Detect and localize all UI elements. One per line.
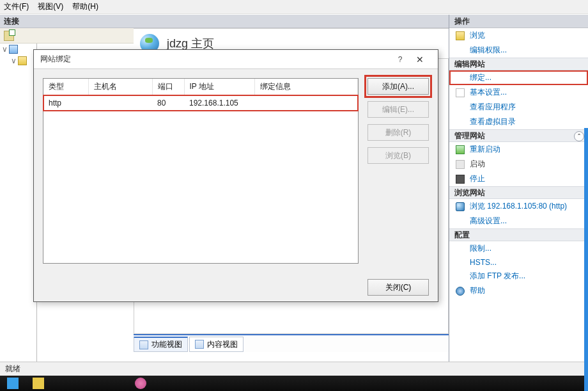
- taskbar-item[interactable]: [128, 376, 153, 391]
- close-dialog-button[interactable]: 关闭(C): [368, 279, 429, 296]
- section-browse-site: 浏览网站: [449, 186, 588, 199]
- action-hsts[interactable]: HSTS...: [449, 256, 588, 269]
- action-label: 基本设置...: [470, 87, 507, 98]
- section-edit-site: 编辑网站: [449, 58, 588, 70]
- expander-icon[interactable]: ∨: [1, 45, 8, 54]
- section-label: 管理网站: [454, 131, 485, 141]
- action-bindings[interactable]: 绑定...: [449, 70, 588, 85]
- action-help[interactable]: 帮助: [449, 283, 588, 298]
- action-label: HSTS...: [470, 258, 497, 267]
- add-binding-button[interactable]: 添加(A)...: [368, 78, 429, 95]
- start-icon: [456, 160, 465, 169]
- taskbar-item[interactable]: [0, 376, 26, 391]
- restart-icon: [456, 145, 465, 154]
- action-label: 浏览 192.168.1.105:80 (http): [470, 201, 567, 212]
- tree-root[interactable]: ∨: [0, 44, 36, 55]
- actions-header: 操作: [449, 15, 588, 28]
- tab-label: 内容视图: [207, 339, 238, 350]
- server-icon: [9, 45, 18, 54]
- connections-label: 连接: [4, 16, 19, 27]
- taskbar-app-icon: [33, 378, 44, 389]
- menu-bar: 文件(F) 视图(V) 帮助(H): [0, 0, 588, 14]
- features-view-icon: [139, 340, 148, 349]
- action-label: 编辑权限...: [470, 45, 507, 56]
- action-label: 浏览: [470, 30, 485, 41]
- action-restart[interactable]: 重新启动: [449, 142, 588, 157]
- section-manage-site: 管理网站 ˆ: [449, 129, 588, 142]
- section-label: 配置: [454, 230, 470, 241]
- action-view-apps[interactable]: 查看应用程序: [449, 100, 588, 115]
- binding-row[interactable]: http 80 192.168.1.105: [43, 95, 358, 111]
- expander-icon[interactable]: ∨: [10, 56, 17, 65]
- section-label: 编辑网站: [454, 59, 485, 70]
- stop-icon: [456, 175, 465, 184]
- action-label: 停止: [470, 173, 485, 184]
- action-label: 帮助: [470, 285, 485, 296]
- dialog-button-column: 添加(A)... 编辑(E)... 删除(R) 浏览(B): [368, 78, 429, 264]
- action-limits[interactable]: 限制...: [449, 241, 588, 256]
- browse-binding-button: 浏览(B): [368, 147, 429, 164]
- status-text: 就绪: [5, 363, 20, 374]
- cell-ip: 192.168.1.105: [184, 95, 254, 111]
- status-bar: 就绪: [0, 362, 588, 376]
- connections-tree: ∨ ∨: [0, 44, 37, 363]
- action-label: 高级设置...: [470, 216, 507, 227]
- action-label: 限制...: [470, 243, 491, 254]
- action-explore[interactable]: 浏览: [449, 28, 588, 43]
- section-label: 浏览网站: [454, 188, 485, 198]
- action-start: 启动: [449, 157, 588, 172]
- menu-help[interactable]: 帮助(H): [72, 1, 98, 12]
- tab-content-view[interactable]: 内容视图: [189, 337, 244, 352]
- col-host[interactable]: 主机名: [88, 79, 152, 95]
- cell-host: [88, 95, 152, 111]
- cell-binding: [254, 95, 358, 111]
- site-bindings-dialog: 网站绑定 ? ✕ 类型 主机名 端口 IP 地址 绑定信息: [33, 49, 438, 302]
- bindings-list[interactable]: 类型 主机名 端口 IP 地址 绑定信息 http 80 192.168.1.1…: [43, 78, 359, 264]
- site-folder-icon: [18, 56, 27, 65]
- col-binding[interactable]: 绑定信息: [254, 79, 358, 95]
- action-add-ftp[interactable]: 添加 FTP 发布...: [449, 269, 588, 283]
- basic-settings-icon: [456, 88, 465, 97]
- action-label: 添加 FTP 发布...: [470, 271, 525, 282]
- dialog-footer: 关闭(C): [34, 273, 438, 302]
- dialog-help-button[interactable]: ?: [392, 55, 408, 64]
- content-view-icon: [195, 340, 204, 349]
- action-stop[interactable]: 停止: [449, 172, 588, 186]
- cell-type: http: [43, 95, 88, 111]
- action-label: 启动: [470, 159, 485, 170]
- action-label: 查看虚拟目录: [470, 116, 516, 127]
- taskbar-app-icon: [7, 378, 19, 389]
- tree-child[interactable]: ∨: [0, 55, 36, 67]
- action-view-vdirs[interactable]: 查看虚拟目录: [449, 115, 588, 129]
- col-ip[interactable]: IP 地址: [184, 79, 254, 95]
- action-browse-site[interactable]: 浏览 192.168.1.105:80 (http): [449, 199, 588, 214]
- action-edit-permissions[interactable]: 编辑权限...: [449, 43, 588, 58]
- view-tabs: 功能视图 内容视图: [134, 334, 449, 352]
- explore-icon: [456, 31, 465, 40]
- taskbar: [0, 376, 588, 391]
- action-label: 查看应用程序: [470, 102, 516, 113]
- dialog-close-button[interactable]: ✕: [408, 54, 431, 65]
- collapse-icon[interactable]: ˆ: [574, 131, 584, 141]
- help-icon: [456, 287, 465, 296]
- actions-panel: 操作 浏览 编辑权限... 编辑网站 绑定... 基本设置... 查看应用程序 …: [449, 15, 588, 368]
- action-advanced-settings[interactable]: 高级设置...: [449, 214, 588, 228]
- col-port[interactable]: 端口: [152, 79, 184, 95]
- section-config: 配置: [449, 228, 588, 241]
- action-label: 重新启动: [470, 144, 500, 155]
- tab-label: 功能视图: [151, 339, 182, 350]
- menu-file[interactable]: 文件(F): [4, 1, 29, 12]
- dialog-title: 网站绑定: [40, 54, 71, 65]
- menu-view[interactable]: 视图(V): [38, 1, 63, 12]
- taskbar-app-icon: [135, 378, 146, 389]
- taskbar-item[interactable]: [26, 376, 51, 391]
- desktop-edge: [584, 128, 588, 391]
- add-connection-icon[interactable]: [4, 31, 14, 41]
- cell-port: 80: [152, 95, 184, 111]
- action-label: 绑定...: [470, 72, 491, 83]
- tab-features-view[interactable]: 功能视图: [134, 337, 188, 352]
- action-basic-settings[interactable]: 基本设置...: [449, 85, 588, 100]
- col-type[interactable]: 类型: [43, 79, 88, 95]
- edit-binding-button: 编辑(E)...: [368, 101, 429, 118]
- dialog-titlebar: 网站绑定 ? ✕: [34, 50, 438, 69]
